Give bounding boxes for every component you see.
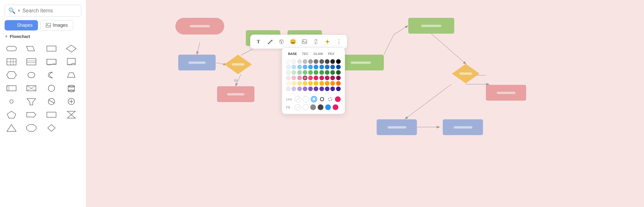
toolbar-link-btn[interactable] xyxy=(311,37,321,47)
line-opt-blue[interactable] xyxy=(311,96,317,102)
color-b7[interactable] xyxy=(319,65,324,69)
color-v10[interactable] xyxy=(336,87,341,91)
color-p1[interactable] xyxy=(286,76,291,80)
shape-arrow-rect[interactable] xyxy=(24,110,38,120)
color-none[interactable] xyxy=(286,59,291,64)
shape-trapezoid[interactable] xyxy=(64,70,78,80)
shape-doc[interactable] xyxy=(64,57,78,67)
shape-rect[interactable] xyxy=(45,43,58,54)
shape-octagon[interactable] xyxy=(24,123,38,133)
color-w8[interactable] xyxy=(325,59,329,64)
canvas[interactable]: T 😀 ⋮ BASE TEC GLAM PEX xyxy=(86,0,644,207)
search-input[interactable] xyxy=(22,8,78,14)
color-w3[interactable] xyxy=(297,59,302,64)
color-o6[interactable] xyxy=(314,81,318,86)
color-b10[interactable] xyxy=(336,65,341,69)
color-b6[interactable] xyxy=(314,65,318,69)
color-o3[interactable] xyxy=(297,81,302,86)
shape-banner[interactable] xyxy=(45,57,58,67)
color-g5[interactable] xyxy=(308,70,313,75)
fill-opt-none[interactable] xyxy=(295,104,301,110)
color-o8[interactable] xyxy=(325,81,329,86)
shape-rounded-rect[interactable] xyxy=(5,43,18,54)
color-tab-tec[interactable]: TEC xyxy=(300,51,310,56)
color-v9[interactable] xyxy=(330,87,335,91)
color-g10[interactable] xyxy=(336,70,341,75)
color-w4[interactable] xyxy=(303,59,307,64)
shape-plus[interactable] xyxy=(64,96,78,107)
search-bar[interactable]: 🔍 ▼ xyxy=(5,5,81,17)
color-b9[interactable] xyxy=(330,65,335,69)
color-o9[interactable] xyxy=(330,81,335,86)
color-g7[interactable] xyxy=(319,70,324,75)
color-g4[interactable] xyxy=(303,70,307,75)
line-opt-white[interactable] xyxy=(303,96,309,102)
color-o1[interactable] xyxy=(286,81,291,86)
color-b4[interactable] xyxy=(303,65,307,69)
line-opt-pink[interactable] xyxy=(335,96,341,102)
color-o2[interactable] xyxy=(292,81,296,86)
shape-circle[interactable] xyxy=(45,83,58,93)
color-g9[interactable] xyxy=(330,70,335,75)
color-b5[interactable] xyxy=(308,65,313,69)
toolbar-text-btn[interactable]: T xyxy=(253,37,264,47)
shape-thin-diamond[interactable] xyxy=(45,123,58,133)
color-p6[interactable] xyxy=(314,76,318,80)
color-v7[interactable] xyxy=(319,87,324,91)
color-p2[interactable] xyxy=(292,76,296,80)
shape-parallelogram[interactable] xyxy=(24,43,38,54)
color-p5[interactable] xyxy=(308,76,313,80)
shape-hexagon[interactable] xyxy=(5,70,18,80)
shape-grid[interactable] xyxy=(5,57,18,67)
node-n7[interactable] xyxy=(217,86,254,102)
shape-cross[interactable] xyxy=(24,83,38,93)
color-w5[interactable] xyxy=(308,59,313,64)
color-b8[interactable] xyxy=(325,65,329,69)
color-v8[interactable] xyxy=(325,87,329,91)
fill-opt-white[interactable] xyxy=(303,104,308,110)
color-tab-glam[interactable]: GLAM xyxy=(312,51,325,56)
color-tab-pex[interactable]: PEX xyxy=(326,51,336,56)
shape-rect2[interactable] xyxy=(5,83,18,93)
color-p10[interactable] xyxy=(336,76,341,80)
color-w9[interactable] xyxy=(330,59,335,64)
fill-opt-gray[interactable] xyxy=(310,104,316,110)
color-w10[interactable] xyxy=(336,59,341,64)
color-v5[interactable] xyxy=(308,87,313,91)
fill-opt-blue[interactable] xyxy=(325,104,331,110)
node-n11[interactable] xyxy=(451,63,480,84)
color-w6[interactable] xyxy=(314,59,318,64)
shape-stadium[interactable] xyxy=(24,70,38,80)
shape-small-circle[interactable] xyxy=(5,96,18,107)
toolbar-emoji-btn[interactable]: 😀 xyxy=(288,37,298,47)
line-opt-dark[interactable] xyxy=(319,96,325,102)
node-n10[interactable] xyxy=(408,18,454,34)
color-w2[interactable] xyxy=(292,59,296,64)
color-b1[interactable] xyxy=(286,65,291,69)
shape-funnel[interactable] xyxy=(24,96,38,107)
toolbar-color-btn[interactable] xyxy=(276,37,287,47)
color-g3[interactable] xyxy=(297,70,302,75)
color-g6[interactable] xyxy=(314,70,318,75)
shape-rect3[interactable] xyxy=(45,110,58,120)
color-b2[interactable] xyxy=(292,65,296,69)
toolbar-ai-btn[interactable] xyxy=(322,37,333,47)
toolbar-more-btn[interactable]: ⋮ xyxy=(334,37,344,47)
color-v4[interactable] xyxy=(303,87,307,91)
color-tab-base[interactable]: BASE xyxy=(286,51,299,56)
shape-cylinder[interactable] xyxy=(64,83,78,93)
tab-images[interactable]: Images xyxy=(40,20,73,30)
color-o5[interactable] xyxy=(308,81,313,86)
color-p3[interactable] xyxy=(297,76,302,80)
color-o4[interactable] xyxy=(303,81,307,86)
node-n4[interactable] xyxy=(178,55,216,70)
shape-triangle[interactable] xyxy=(5,123,18,133)
search-dropdown-arrow[interactable]: ▼ xyxy=(17,9,21,13)
color-v3[interactable] xyxy=(297,87,302,91)
shape-diamond[interactable] xyxy=(64,43,78,54)
color-v2[interactable] xyxy=(292,87,296,91)
node-n12[interactable] xyxy=(486,85,526,101)
toolbar-draw-btn[interactable] xyxy=(265,37,275,47)
fill-opt-dark[interactable] xyxy=(318,104,323,110)
node-n13[interactable] xyxy=(377,119,417,135)
